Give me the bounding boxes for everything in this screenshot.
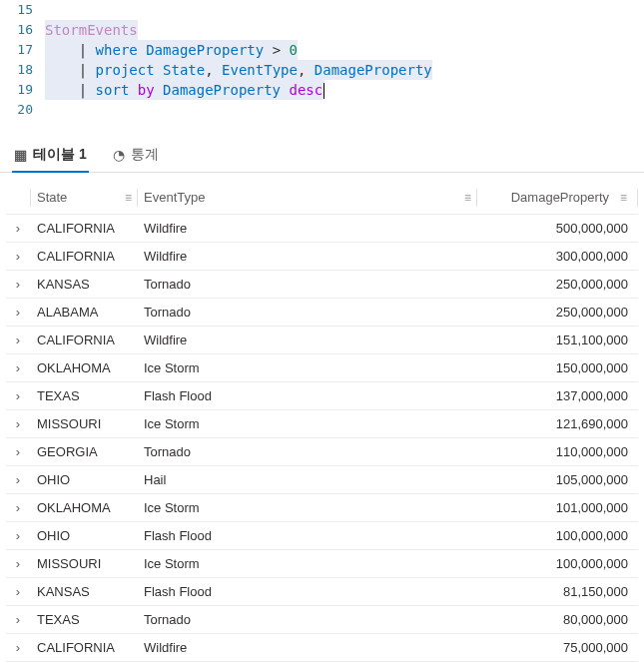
cell-damage: 101,000,000 [478, 500, 638, 515]
expand-row-button[interactable]: › [6, 500, 30, 515]
expand-row-button[interactable]: › [6, 333, 30, 347]
expand-row-button[interactable]: › [6, 444, 30, 459]
cell-state: OHIO [31, 472, 137, 487]
cell-event: Wildfire [138, 221, 477, 236]
cell-state: OKLAHOMA [31, 360, 137, 375]
cell-state: OHIO [31, 528, 137, 543]
expand-row-button[interactable]: › [6, 221, 30, 236]
cell-damage: 500,000,000 [478, 221, 638, 236]
cell-state: KANSAS [31, 277, 137, 292]
cell-event: Tornado [138, 612, 477, 627]
code-line[interactable]: 18 | project State, EventType, DamagePro… [0, 60, 644, 80]
cell-state: MISSOURI [31, 556, 137, 571]
table-row[interactable]: ›CALIFORNIAWildfire151,100,000 [6, 327, 638, 354]
cell-event: Wildfire [138, 640, 477, 655]
cell-state: CALIFORNIA [31, 249, 137, 264]
cell-damage: 250,000,000 [478, 277, 638, 292]
cell-state: TEXAS [31, 612, 137, 627]
table-row[interactable]: ›OHIOHail105,000,000 [6, 466, 638, 494]
cell-state: KANSAS [31, 584, 137, 599]
table-row[interactable]: ›OHIOFlash Flood100,000,000 [6, 522, 638, 550]
code-line[interactable]: 17 | where DamageProperty > 0 [0, 40, 644, 60]
cell-damage: 137,000,000 [478, 388, 638, 403]
table-row[interactable]: ›KANSASFlash Flood81,150,000 [6, 578, 638, 606]
code-line[interactable]: 15 [0, 0, 644, 20]
code-content[interactable]: | where DamageProperty > 0 [45, 40, 644, 60]
expand-row-button[interactable]: › [6, 360, 30, 375]
table-row[interactable]: ›ALABAMATornado250,000,000 [6, 299, 638, 327]
table-row[interactable]: ›CALIFORNIAWildfire75,000,000 [6, 634, 638, 662]
cell-event: Flash Flood [138, 388, 477, 403]
expand-row-button[interactable]: › [6, 556, 30, 571]
cell-damage: 110,000,000 [478, 444, 638, 459]
code-content[interactable]: StormEvents [45, 20, 644, 40]
table-row[interactable]: ›OKLAHOMAIce Storm150,000,000 [6, 354, 638, 382]
line-number: 20 [0, 100, 45, 120]
menu-icon[interactable]: ≡ [615, 191, 627, 205]
expand-row-button[interactable]: › [6, 472, 30, 487]
cell-damage: 75,000,000 [478, 640, 638, 655]
expand-row-button[interactable]: › [6, 305, 30, 320]
line-number: 16 [0, 20, 45, 40]
cell-damage: 300,000,000 [478, 249, 638, 264]
code-content[interactable]: | sort by DamageProperty desc [45, 80, 644, 100]
expand-row-button[interactable]: › [6, 528, 30, 543]
expand-row-button[interactable]: › [6, 249, 30, 264]
cell-damage: 150,000,000 [478, 360, 638, 375]
table-row[interactable]: ›CALIFORNIAWildfire500,000,000 [6, 215, 638, 243]
table-row[interactable]: ›MISSOURIIce Storm121,690,000 [6, 410, 638, 438]
cell-damage: 81,150,000 [478, 584, 638, 599]
table-row[interactable]: ›TEXASFlash Flood137,000,000 [6, 382, 638, 410]
expand-row-button[interactable]: › [6, 612, 30, 627]
cell-state: ALABAMA [31, 305, 137, 320]
code-line[interactable]: 19 | sort by DamageProperty desc [0, 80, 644, 100]
cell-damage: 121,690,000 [478, 416, 638, 431]
clock-icon: ◔ [113, 147, 125, 163]
expand-row-button[interactable]: › [6, 277, 30, 292]
tab-stats[interactable]: ◔ 통계 [111, 140, 161, 172]
cell-state: CALIFORNIA [31, 221, 137, 236]
cell-damage: 250,000,000 [478, 305, 638, 320]
cell-event: Ice Storm [138, 556, 477, 571]
expand-row-button[interactable]: › [6, 640, 30, 655]
table-icon: ▦ [14, 147, 27, 163]
cell-event: Flash Flood [138, 528, 477, 543]
column-label: EventType [144, 190, 205, 205]
column-header-state[interactable]: State ≡ [31, 190, 137, 205]
expand-row-button[interactable]: › [6, 388, 30, 403]
table-row[interactable]: ›MISSOURIIce Storm100,000,000 [6, 550, 638, 578]
column-label: DamageProperty [511, 190, 609, 205]
tab-stats-label: 통계 [131, 146, 159, 164]
code-content[interactable]: | project State, EventType, DamageProper… [45, 60, 644, 80]
expand-row-button[interactable]: › [6, 416, 30, 431]
column-separator[interactable] [637, 189, 638, 207]
cell-state: TEXAS [31, 388, 137, 403]
code-line[interactable]: 16StormEvents [0, 20, 644, 40]
results-table: State ≡ EventType ≡ DamageProperty ≡ ›CA… [0, 181, 644, 662]
cell-event: Ice Storm [138, 360, 477, 375]
cell-damage: 80,000,000 [478, 612, 638, 627]
cell-event: Wildfire [138, 333, 477, 347]
code-editor[interactable]: 1516StormEvents17 | where DamageProperty… [0, 0, 644, 124]
cell-damage: 105,000,000 [478, 472, 638, 487]
column-header-event[interactable]: EventType ≡ [138, 190, 476, 205]
cell-state: MISSOURI [31, 416, 137, 431]
cell-event: Tornado [138, 305, 477, 320]
table-row[interactable]: ›CALIFORNIAWildfire300,000,000 [6, 243, 638, 271]
cell-event: Tornado [138, 277, 477, 292]
code-line[interactable]: 20 [0, 100, 644, 120]
menu-icon[interactable]: ≡ [125, 191, 137, 205]
text-cursor [323, 83, 324, 99]
expand-row-button[interactable]: › [6, 584, 30, 599]
tab-table[interactable]: ▦ 테이블 1 [12, 140, 89, 172]
table-row[interactable]: ›KANSASTornado250,000,000 [6, 271, 638, 299]
cell-state: OKLAHOMA [31, 500, 137, 515]
cell-event: Wildfire [138, 249, 477, 264]
table-row[interactable]: ›TEXASTornado80,000,000 [6, 606, 638, 634]
table-row[interactable]: ›OKLAHOMAIce Storm101,000,000 [6, 494, 638, 522]
column-header-damage[interactable]: DamageProperty ≡ [477, 190, 637, 205]
line-number: 17 [0, 40, 45, 60]
cell-state: CALIFORNIA [31, 640, 137, 655]
table-row[interactable]: ›GEORGIATornado110,000,000 [6, 438, 638, 466]
menu-icon[interactable]: ≡ [464, 191, 476, 205]
